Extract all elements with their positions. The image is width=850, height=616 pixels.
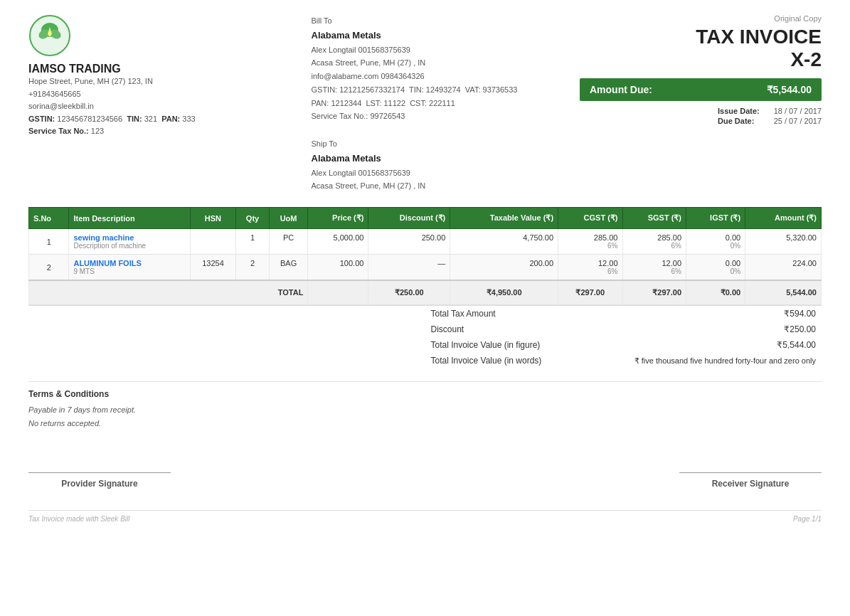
- company-gstin: GSTIN: 123456781234566 TIN: 321 PAN: 333: [28, 113, 270, 126]
- invoice-words-value: ₹ five thousand five hundred forty-four …: [579, 353, 822, 368]
- cell-discount: —: [368, 255, 450, 281]
- summary-invoice-figure-row: Total Invoice Value (in figure) ₹5,544.0…: [28, 337, 822, 353]
- cell-taxable: 4,750.00: [450, 229, 558, 255]
- cell-price: 5,000.00: [308, 229, 368, 255]
- provider-signature-block: Provider Signature: [28, 472, 171, 489]
- bill-to-company: Alabama Metals: [312, 28, 539, 43]
- footer-left: Tax Invoice made with Sleek Bill: [28, 515, 129, 523]
- invoice-number: X-2: [790, 48, 822, 71]
- company-phone: +91843645665: [28, 88, 270, 101]
- cell-sno: 2: [29, 255, 69, 281]
- col-item: Item Description: [69, 208, 190, 229]
- bill-to-label: Bill To: [312, 14, 539, 28]
- amount-due-label: Amount Due:: [590, 84, 652, 95]
- cell-hsn: 13254: [190, 255, 236, 281]
- totals-cgst: ₹297.00: [558, 280, 622, 305]
- col-hsn: HSN: [190, 208, 236, 229]
- table-row: 2 ALUMINUM FOILS 9 MTS 13254 2 BAG 100.0…: [29, 255, 822, 281]
- terms-line1: Payable in 7 days from receipt.: [28, 403, 822, 417]
- cell-price: 100.00: [308, 255, 368, 281]
- signatures-section: Provider Signature Receiver Signature: [28, 465, 822, 489]
- original-copy-label: Original Copy: [774, 14, 822, 23]
- cell-item: sewing machine Description of machine: [69, 229, 190, 255]
- col-igst: IGST (₹): [686, 208, 745, 229]
- cell-discount: 250.00: [368, 229, 450, 255]
- totals-sgst: ₹297.00: [622, 280, 686, 305]
- bill-to-pan: PAN: 1212344 LST: 11122 CST: 222111: [312, 97, 539, 110]
- summary-tax-row: Total Tax Amount ₹594.00: [28, 306, 822, 322]
- items-table: S.No Item Description HSN Qty UoM Price …: [28, 207, 822, 305]
- company-email: sorina@sleekbill.in: [28, 100, 270, 113]
- invoice-words-label: Total Invoice Value (in words): [425, 353, 579, 368]
- totals-taxable: ₹4,950.00: [450, 280, 558, 305]
- totals-discount: ₹250.00: [368, 280, 450, 305]
- cell-uom: PC: [269, 229, 308, 255]
- receiver-signature-block: Receiver Signature: [679, 472, 822, 489]
- cell-taxable: 200.00: [450, 255, 558, 281]
- col-discount: Discount (₹): [368, 208, 450, 229]
- total-tax-label: Total Tax Amount: [425, 306, 579, 322]
- cell-item: ALUMINUM FOILS 9 MTS: [69, 255, 190, 281]
- issue-date-value: 18 / 07 / 2017: [774, 107, 822, 115]
- bill-to-street: Acasa Street, Pune, MH (27) , IN: [312, 56, 539, 70]
- ship-to-person: Alex Longtail 001568375639: [312, 166, 539, 180]
- footer: Tax Invoice made with Sleek Bill Page 1/…: [28, 510, 822, 523]
- company-service-tax: Service Tax No.: 123: [28, 125, 270, 138]
- cell-uom: BAG: [269, 255, 308, 281]
- cell-sno: 1: [29, 229, 69, 255]
- terms-section: Terms & Conditions Payable in 7 days fro…: [28, 381, 822, 430]
- table-row: 1 sewing machine Description of machine …: [29, 229, 822, 255]
- amount-due-value: ₹5,544.00: [767, 84, 812, 95]
- receiver-signature-line: [679, 472, 822, 473]
- summary-discount-value: ₹250.00: [579, 322, 822, 337]
- bill-to-gstin: GSTIN: 121212567332174 TIN: 12493274 VAT…: [312, 83, 539, 97]
- terms-title: Terms & Conditions: [28, 389, 822, 399]
- bill-to-email: info@alabame.com 0984364326: [312, 70, 539, 83]
- due-date-label: Due Date:: [718, 117, 760, 125]
- company-name: IAMSO TRADING: [28, 63, 270, 75]
- summary-table: Total Tax Amount ₹594.00 Discount ₹250.0…: [28, 305, 822, 368]
- bill-to-service-tax: Service Tax No.: 99726543: [312, 110, 539, 123]
- item-desc: 9 MTS: [73, 267, 185, 275]
- col-sgst: SGST (₹): [622, 208, 686, 229]
- receiver-signature-label: Receiver Signature: [679, 479, 822, 489]
- totals-empty1: TOTAL: [29, 280, 308, 305]
- company-logo: [28, 14, 71, 57]
- cell-cgst: 12.006%: [558, 255, 622, 281]
- ship-to-label: Ship To: [312, 137, 539, 151]
- cell-cgst: 285.006%: [558, 229, 622, 255]
- footer-right: Page 1/1: [793, 515, 822, 523]
- issue-date-label: Issue Date:: [718, 107, 760, 115]
- summary-discount-label: Discount: [425, 322, 579, 337]
- cell-sgst: 285.006%: [622, 229, 686, 255]
- bill-to-person: Alex Longtail 001568375639: [312, 43, 539, 57]
- col-uom: UoM: [269, 208, 308, 229]
- cell-sgst: 12.006%: [622, 255, 686, 281]
- col-sno: S.No: [29, 208, 69, 229]
- cell-qty: 1: [236, 229, 269, 255]
- col-amount: Amount (₹): [745, 208, 822, 229]
- invoice-value: ₹5,544.00: [579, 337, 822, 353]
- col-price: Price (₹): [308, 208, 368, 229]
- item-desc: Description of machine: [73, 242, 185, 250]
- company-address: Hope Street, Pune, MH (27) 123, IN: [28, 75, 270, 88]
- cell-igst: 0.000%: [686, 229, 745, 255]
- cell-amount: 5,320.00: [745, 229, 822, 255]
- totals-row: TOTAL ₹250.00 ₹4,950.00 ₹297.00 ₹297.00 …: [29, 280, 822, 305]
- cell-amount: 224.00: [745, 255, 822, 281]
- totals-igst: ₹0.00: [686, 280, 745, 305]
- terms-line2: No returns accepted.: [28, 417, 822, 430]
- totals-price-empty: [308, 280, 368, 305]
- invoice-value-label: Total Invoice Value (in figure): [425, 337, 579, 353]
- ship-to-street: Acasa Street, Pune, MH (27) , IN: [312, 179, 539, 193]
- item-name-link[interactable]: sewing machine: [73, 233, 134, 242]
- cell-hsn: [190, 229, 236, 255]
- col-cgst: CGST (₹): [558, 208, 622, 229]
- provider-signature-label: Provider Signature: [28, 479, 171, 489]
- summary-invoice-words-row: Total Invoice Value (in words) ₹ five th…: [28, 353, 822, 368]
- item-name-link[interactable]: ALUMINUM FOILS: [73, 259, 141, 267]
- summary-discount-row: Discount ₹250.00: [28, 322, 822, 337]
- invoice-title: TAX INVOICE: [696, 26, 822, 48]
- due-date-value: 25 / 07 / 2017: [774, 117, 822, 125]
- cell-qty: 2: [236, 255, 269, 281]
